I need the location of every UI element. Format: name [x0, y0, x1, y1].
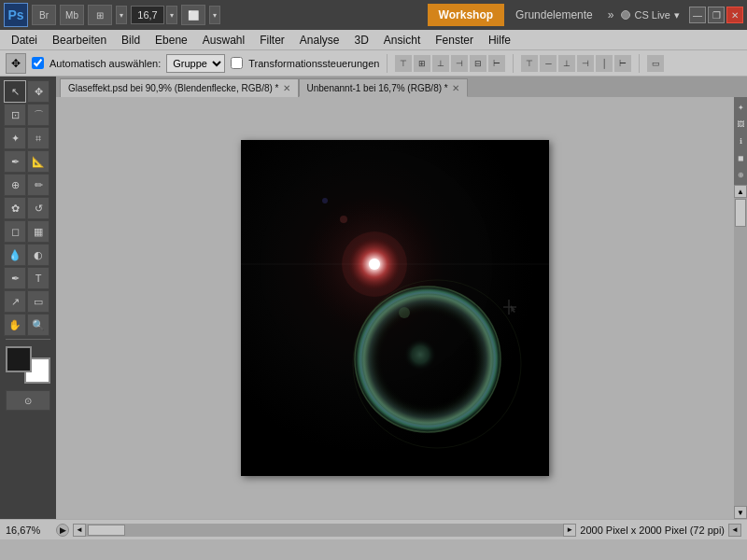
options-bar: ✥ Automatisch auswählen: Gruppe Ebene Tr…	[0, 50, 747, 77]
menu-hilfe[interactable]: Hilfe	[481, 32, 518, 49]
panel-icon-1[interactable]: ✦	[734, 101, 747, 114]
zoom-input[interactable]	[131, 6, 164, 24]
align-top-icon[interactable]: ⊤	[395, 55, 412, 72]
tab-unbenannt-close[interactable]: ✕	[452, 83, 459, 93]
menu-filter[interactable]: Filter	[252, 32, 292, 49]
zoom-dropdown[interactable]: ▾	[166, 6, 177, 24]
minimize-button[interactable]: —	[689, 7, 706, 23]
scrollbar-track[interactable]	[734, 198, 747, 506]
eyedropper-tool[interactable]: ✒	[4, 150, 26, 173]
align-right-icon[interactable]: ⊢	[488, 55, 505, 72]
screen-dropdown[interactable]: ▾	[209, 6, 220, 24]
restore-button[interactable]: ❐	[708, 7, 725, 23]
clone-tool[interactable]: ✿	[4, 197, 26, 219]
status-info-icon[interactable]: ▶	[56, 524, 69, 537]
tab-glaseffekt[interactable]: Glaseffekt.psd bei 90,9% (Blendenflecke,…	[60, 78, 299, 97]
heal-tool[interactable]: ⊕	[4, 174, 26, 196]
arrange-dropdown[interactable]: ▾	[116, 6, 127, 24]
panel-icon-2[interactable]: 🖼	[734, 118, 747, 131]
ruler-tool[interactable]: 📐	[27, 150, 49, 173]
nav-prev-button[interactable]: ◄	[728, 524, 741, 537]
gradient-tool[interactable]: ▦	[27, 220, 49, 243]
scrollbar-up-button[interactable]: ▲	[734, 185, 747, 198]
history-brush[interactable]: ↺	[27, 197, 49, 219]
transform-checkbox[interactable]	[231, 57, 243, 69]
align-vcenter-icon[interactable]: ⊞	[414, 55, 430, 72]
distrib-hcenter-icon[interactable]: │	[596, 55, 613, 72]
minibrige-button[interactable]: Mb	[60, 5, 84, 25]
svg-point-12	[399, 307, 410, 318]
document-tabs: Glaseffekt.psd bei 90,9% (Blendenflecke,…	[56, 77, 747, 97]
align-hcenter-icon[interactable]: ⊟	[470, 55, 486, 72]
canvas-viewport[interactable]	[56, 97, 734, 519]
tool-row-11: ✋ 🔍	[4, 314, 52, 336]
menu-bild[interactable]: Bild	[114, 32, 148, 49]
grundelemente-button[interactable]: Grundelemente	[508, 5, 600, 25]
menu-bearbeiten[interactable]: Bearbeiten	[45, 32, 114, 49]
type-tool[interactable]: T	[27, 267, 49, 289]
separator-3	[639, 54, 640, 73]
transform-label: Transformationssteuerungen	[248, 58, 379, 69]
auto-select-dropdown[interactable]: Gruppe Ebene	[166, 54, 225, 73]
panel-icon-3[interactable]: ℹ	[734, 134, 747, 147]
marquee-tool[interactable]: ⊡	[4, 104, 26, 126]
lasso-tool[interactable]: ⌒	[27, 104, 49, 126]
workshop-button[interactable]: Workshop	[428, 4, 504, 26]
cs-live-dropdown[interactable]: ▾	[674, 9, 680, 21]
scroll-left-button[interactable]: ◄	[73, 524, 86, 537]
horizontal-scrollbar[interactable]: ◄ ►	[73, 524, 576, 537]
auto-select-checkbox[interactable]	[32, 57, 44, 69]
h-scrollbar-thumb[interactable]	[88, 525, 125, 536]
eraser-tool[interactable]: ◻	[4, 220, 26, 243]
blur-tool[interactable]: 💧	[4, 244, 26, 266]
move-tool[interactable]: ↖	[4, 80, 26, 103]
menu-auswahl[interactable]: Auswahl	[195, 32, 252, 49]
menu-datei[interactable]: Datei	[4, 32, 45, 49]
quick-select-tool[interactable]: ✦	[4, 127, 26, 149]
arrange-button[interactable]: ⊞	[88, 5, 112, 25]
pen-tool[interactable]: ✒	[4, 267, 26, 289]
menu-3d[interactable]: 3D	[347, 32, 376, 49]
tab-glaseffekt-label: Glaseffekt.psd bei 90,9% (Blendenflecke,…	[68, 83, 279, 93]
quick-mask-button[interactable]: ⊙	[6, 390, 50, 411]
align-left-icon[interactable]: ⊣	[451, 55, 468, 72]
zoom-group: ▾	[131, 6, 177, 24]
zoom-tool[interactable]: 🔍	[27, 314, 49, 336]
tool-row-8: 💧 ◐	[4, 244, 52, 266]
more-workspaces-button[interactable]: »	[604, 8, 618, 21]
toolbar-separator	[6, 339, 50, 340]
artboard-tool[interactable]: ✥	[27, 80, 49, 103]
scrollbar-thumb[interactable]	[735, 199, 746, 227]
distrib-left-icon[interactable]: ⊣	[577, 55, 594, 72]
distrib-right-icon[interactable]: ⊢	[614, 55, 631, 72]
brush-tool[interactable]: ✏	[27, 174, 49, 196]
bridge-button[interactable]: Br	[32, 5, 56, 25]
crop-tool[interactable]: ⌗	[27, 127, 49, 149]
panel-icon-4[interactable]: ◼	[734, 151, 747, 164]
tab-glaseffekt-close[interactable]: ✕	[283, 83, 290, 93]
close-button[interactable]: ✕	[726, 7, 743, 23]
move-tool-icon[interactable]: ✥	[6, 53, 26, 74]
tab-unbenannt[interactable]: Unbenannt-1 bei 16,7% (RGB/8) * ✕	[299, 78, 468, 97]
lens-flare-svg	[241, 140, 549, 476]
dodge-tool[interactable]: ◐	[27, 244, 49, 266]
panel-icon-5[interactable]: ⊕	[734, 168, 747, 181]
align-bottom-icon[interactable]: ⊥	[432, 55, 449, 72]
distrib-top-icon[interactable]: ⊤	[521, 55, 538, 72]
screen-mode-button[interactable]: ⬜	[181, 5, 205, 25]
shape-tool[interactable]: ▭	[27, 290, 49, 313]
menu-ebene[interactable]: Ebene	[148, 32, 195, 49]
scrollbar-down-button[interactable]: ▼	[734, 506, 747, 519]
path-select-tool[interactable]: ↗	[4, 290, 26, 313]
menu-analyse[interactable]: Analyse	[292, 32, 347, 49]
distrib-bottom-icon[interactable]: ⊥	[558, 55, 575, 72]
hand-tool[interactable]: ✋	[4, 314, 26, 336]
scroll-right-button[interactable]: ►	[563, 524, 576, 537]
cs-live-button[interactable]: CS Live ▾	[621, 9, 680, 21]
menu-fenster[interactable]: Fenster	[428, 32, 481, 49]
canvas-size-icon[interactable]: ▭	[647, 55, 664, 72]
window-controls: — ❐ ✕	[689, 7, 743, 23]
distrib-vcenter-icon[interactable]: ─	[540, 55, 557, 72]
menu-ansicht[interactable]: Ansicht	[376, 32, 428, 49]
foreground-color[interactable]	[6, 346, 32, 372]
